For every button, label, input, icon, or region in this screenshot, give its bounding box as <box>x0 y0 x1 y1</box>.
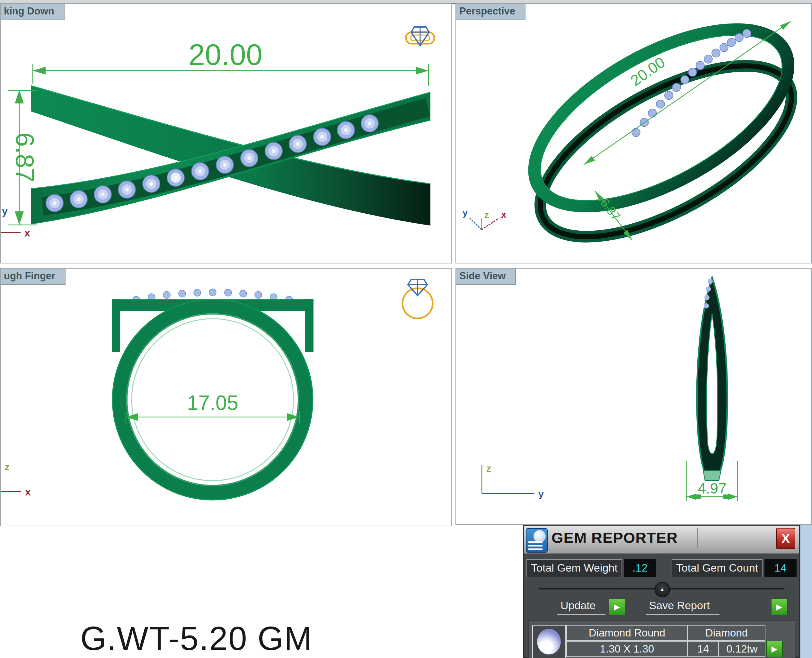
total-gem-count-label: Total Gem Count <box>672 559 762 577</box>
ring-profile <box>697 277 727 481</box>
ring-side-icon <box>406 27 434 45</box>
gem-table: Diamond Round Diamond 1.30 X 1.30 14 0.1… <box>528 620 795 658</box>
total-gem-weight-label: Total Gem Weight <box>526 559 622 577</box>
dim-height-label: 6.87 <box>11 132 39 182</box>
close-button[interactable]: X <box>776 528 795 549</box>
axis-y-label: y <box>463 208 468 218</box>
background-window-strip <box>800 525 812 658</box>
gem-reporter-app-icon <box>526 528 548 553</box>
axis-x-label: x <box>25 486 31 498</box>
gem-totals-row: Total Gem Weight .12 Total Gem Count 14 <box>526 559 796 577</box>
axis-z-label: z <box>484 210 489 220</box>
gem-size-slider[interactable]: ▲ <box>539 581 784 597</box>
gem-count-cell: 14 <box>688 641 718 657</box>
viewport-through-finger[interactable]: ugh Finger <box>0 268 452 526</box>
gem-shape-header: Diamond Round <box>566 625 688 641</box>
viewport-perspective[interactable]: Perspective <box>455 3 812 263</box>
save-report-go-button[interactable]: ▶ <box>771 598 788 615</box>
gem-reporter-titlebar[interactable]: GEM REPORTER X <box>524 526 799 554</box>
dim-width-label: 20.00 <box>189 38 263 71</box>
gold-weight-annotation: G.WT-5.20 GM <box>80 619 313 658</box>
axis-x-label: x <box>24 227 30 239</box>
through-finger-canvas: 17.05 z x <box>1 269 451 526</box>
update-go-button[interactable]: ▶ <box>609 598 625 615</box>
gem-size-cell: 1.30 X 1.30 <box>566 641 688 657</box>
axis-x-label: x <box>501 210 506 220</box>
globe-icon <box>534 530 546 542</box>
viewport-looking-down[interactable]: king Down <box>0 3 452 263</box>
perspective-axis-gizmo <box>469 217 499 230</box>
looking-down-canvas: 20.00 6.87 y x <box>1 4 451 263</box>
spacer-cell <box>765 625 784 641</box>
perspective-ring <box>497 4 811 263</box>
gem-reporter-title: GEM REPORTER <box>552 529 678 547</box>
viewport-side-view[interactable]: Side View 4.97 <box>455 268 812 525</box>
viewport-title-side-view[interactable]: Side View <box>456 269 516 285</box>
cad-workspace: king Down <box>0 0 812 658</box>
dim-diameter-label: 17.05 <box>187 391 238 414</box>
dim-profile-width-label: 4.97 <box>698 480 727 497</box>
gem-reporter-panel: GEM REPORTER X Total Gem Weight .12 Tota… <box>523 525 800 658</box>
update-button[interactable]: Update <box>557 598 605 615</box>
total-gem-weight-value: .12 <box>624 559 656 577</box>
titlebar-divider <box>697 528 698 547</box>
gem-row-go-cell: ▶ <box>765 641 784 657</box>
gem-reporter-buttons: Update ▶ Save Report ▶ <box>557 598 788 615</box>
gem-thumbnail <box>537 629 561 655</box>
side-view-canvas: 4.97 z y <box>456 269 811 524</box>
slider-knob[interactable]: ▲ <box>655 582 670 597</box>
total-gem-count-value: 14 <box>765 559 796 577</box>
viewport-title-looking-down[interactable]: king Down <box>1 4 64 20</box>
viewport-title-through-finger[interactable]: ugh Finger <box>1 269 66 285</box>
axis-z-label: z <box>5 461 9 473</box>
save-report-button[interactable]: Save Report <box>646 598 720 615</box>
gem-type-header: Diamond <box>688 625 765 641</box>
report-lines-icon <box>528 541 543 550</box>
viewport-title-perspective[interactable]: Perspective <box>456 4 526 20</box>
axis-z-label: z <box>486 463 491 473</box>
axis-y-label: y <box>2 205 8 217</box>
ring-front-icon <box>402 279 433 318</box>
gem-weight-cell: 0.12tw <box>718 641 765 657</box>
gem-thumbnail-cell <box>532 625 566 658</box>
gem-row-go-button[interactable]: ▶ <box>766 641 783 657</box>
perspective-canvas: 20.00 6.87 y z x <box>456 4 811 263</box>
axis-y-label: y <box>538 489 544 499</box>
